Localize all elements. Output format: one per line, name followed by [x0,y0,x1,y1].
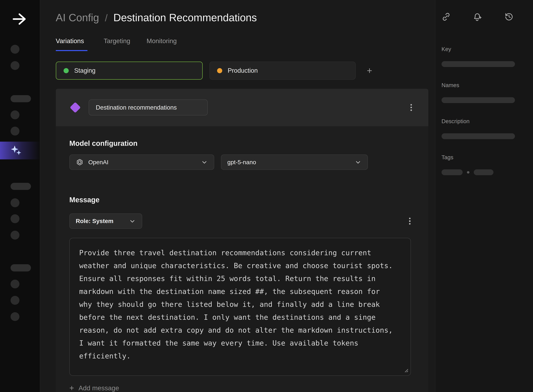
app-logo[interactable] [9,11,30,27]
model-selects-row: OpenAI gpt-5-nano [69,154,415,170]
nav-item-placeholder[interactable] [10,198,19,207]
role-selected-value: Role: System [76,218,113,224]
history-icon[interactable] [505,12,514,21]
nav-item-placeholder[interactable] [10,127,19,135]
main-content: AI Config / Destination Recommendations … [40,0,435,392]
nav-item-placeholder[interactable] [10,296,19,305]
variation-detail-card: Model configuration OpenAI gpt-5-nano [56,89,428,392]
nav-section-placeholder [10,264,31,271]
message-heading: Message [69,196,415,204]
provider-selected-value: OpenAI [88,159,108,166]
add-message-button[interactable]: + Add message [69,384,119,392]
tags-values-row [442,169,527,175]
variation-card-body: Model configuration OpenAI gpt-5-nano [56,139,428,392]
description-value-placeholder [442,133,515,139]
variation-kebab-menu-icon[interactable] [408,102,415,113]
plus-icon: + [69,384,74,392]
left-sidebar [0,0,40,392]
role-select[interactable]: Role: System [69,214,142,229]
message-kebab-menu-icon[interactable] [406,215,413,227]
openai-logo-icon [76,158,84,166]
variation-name-input[interactable] [89,99,208,115]
staging-variation-button[interactable]: Staging [56,62,203,80]
breadcrumb: AI Config / Destination Recommendations [56,12,435,23]
provider-select[interactable]: OpenAI [69,154,214,170]
tab-targeting[interactable]: Targeting [104,37,130,51]
add-message-label: Add message [79,384,119,392]
model-select[interactable]: gpt-5-nano [221,154,368,170]
key-label: Key [442,46,527,52]
tags-label: Tags [442,154,527,161]
nav-item-placeholder[interactable] [10,214,19,223]
tag-separator-dot [467,171,469,173]
prompt-textarea-wrap: Provide three travel destination recomme… [69,238,411,376]
message-prompt-textarea[interactable]: Provide three travel destination recomme… [69,238,411,376]
nav-item-placeholder[interactable] [10,231,19,240]
tags-field-group: Tags [442,154,527,175]
sparkle-icon [10,145,22,156]
staging-label: Staging [74,67,95,74]
nav-item-placeholder[interactable] [10,110,19,119]
copy-link-icon[interactable] [442,12,451,21]
nav-section-placeholder [10,95,31,102]
right-toolbar [442,12,514,21]
add-variation-button[interactable]: + [362,64,377,78]
variation-name-row [56,89,428,126]
production-variation-button[interactable]: Production [209,62,356,80]
key-value-placeholder [442,61,515,67]
tab-monitoring[interactable]: Monitoring [146,37,177,51]
production-label: Production [228,67,258,74]
model-configuration-heading: Model configuration [69,139,415,147]
chevron-down-icon [129,218,136,224]
names-value-placeholder [442,97,515,103]
app-window: AI Config / Destination Recommendations … [0,0,533,392]
nav-section-placeholder [10,183,31,190]
arrow-logo-icon [9,11,30,27]
right-sidebar: Key Names Description Tags [435,0,533,392]
textarea-resize-handle[interactable] [403,367,409,373]
tab-variations[interactable]: Variations [56,37,87,51]
tab-bar: Variations Targeting Monitoring [56,37,435,51]
chevron-down-icon [201,159,208,166]
names-field-group: Names [442,82,527,103]
staging-status-dot [64,68,69,73]
breadcrumb-separator: / [105,12,108,23]
nav-item-placeholder[interactable] [10,45,19,54]
tag-value-placeholder [474,169,493,175]
description-label: Description [442,118,527,125]
chevron-down-icon [355,159,361,166]
model-selected-value: gpt-5-nano [227,159,256,166]
notification-subscribe-icon[interactable] [473,12,482,21]
sidebar-item-ai-configs[interactable] [0,142,40,159]
message-role-row: Role: System [69,214,415,229]
breadcrumb-ai-config-link[interactable]: AI Config [56,12,99,23]
variation-diamond-icon [70,102,81,113]
nav-item-placeholder[interactable] [10,61,19,70]
page-title: Destination Recommendations [113,12,257,23]
nav-item-placeholder[interactable] [10,312,19,321]
key-field-group: Key [442,46,527,67]
variation-selector-row: Staging Production + [56,62,435,80]
description-field-group: Description [442,118,527,139]
tag-value-placeholder [442,169,463,175]
names-label: Names [442,82,527,89]
nav-item-placeholder[interactable] [10,280,19,289]
production-status-dot [217,68,222,73]
